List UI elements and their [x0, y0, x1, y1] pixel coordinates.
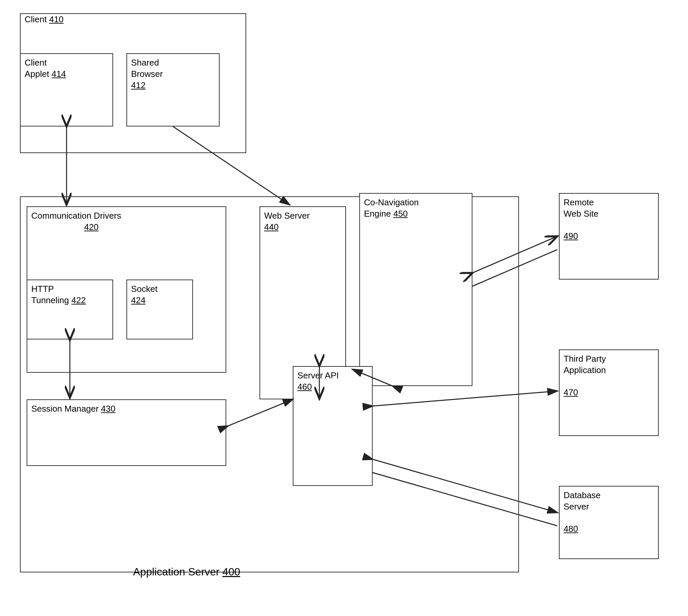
remote-web-site-box: RemoteWeb Site490: [559, 193, 659, 280]
client-title: Client 410: [21, 11, 68, 28]
shared-browser-box: SharedBrowser412: [127, 53, 220, 127]
http-tunneling-box: HTTPTunneling 422: [27, 280, 113, 339]
shared-browser-label: SharedBrowser412: [127, 54, 219, 94]
third-party-app-box: Third PartyApplication470: [559, 349, 659, 436]
session-manager-label: Session Manager 430: [27, 400, 226, 418]
database-server-label: DatabaseServer480: [560, 487, 658, 538]
server-api-box: Server API 460: [293, 366, 373, 486]
comm-drivers-label: Communication Drivers 420: [27, 207, 226, 236]
socket-label: Socket 424: [127, 280, 192, 309]
client-applet-box: ClientApplet 414: [20, 53, 113, 127]
server-api-label: Server API 460: [293, 367, 372, 396]
database-server-box: DatabaseServer480: [559, 486, 659, 559]
remote-web-site-label: RemoteWeb Site490: [560, 194, 658, 245]
web-server-label: Web Server 440: [260, 207, 345, 236]
co-nav-engine-label: Co-NavigationEngine 450: [360, 194, 472, 223]
third-party-app-label: Third PartyApplication470: [560, 350, 658, 402]
socket-box: Socket 424: [127, 280, 193, 339]
session-manager-box: Session Manager 430: [27, 399, 226, 466]
client-applet-label: ClientApplet 414: [21, 54, 112, 83]
diagram: Client 410 ClientApplet 414 SharedBrowse…: [0, 0, 688, 616]
http-tunneling-label: HTTPTunneling 422: [27, 280, 112, 309]
app-server-label: Application Server 400: [133, 566, 240, 578]
co-nav-engine-box: Co-NavigationEngine 450: [359, 193, 472, 386]
